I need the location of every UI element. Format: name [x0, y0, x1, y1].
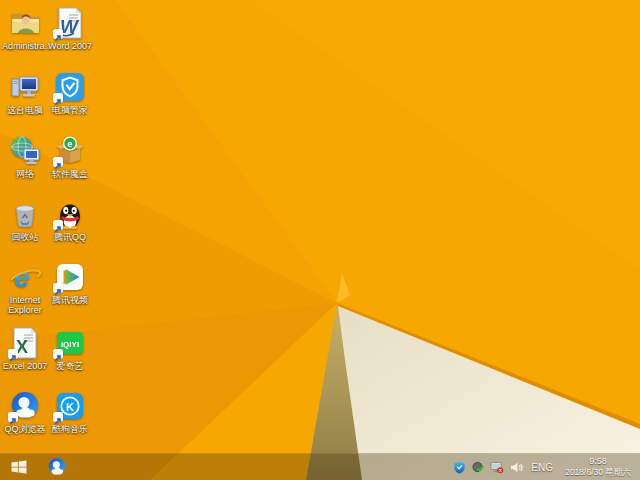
svg-text:W: W [60, 16, 80, 37]
tencent-video-icon [53, 260, 87, 294]
desktop-icon-label: 这台电脑 [2, 105, 48, 115]
svg-text:K: K [66, 401, 74, 413]
desktop[interactable]: Administra... W Word 2007 [0, 0, 640, 480]
pc-manager-tray-icon[interactable] [452, 460, 466, 474]
shortcut-arrow-icon [53, 157, 63, 167]
taskbar: ENG 9:58 2018/6/30 星期六 [0, 453, 640, 480]
desktop-icon-network[interactable]: 网络 [2, 134, 48, 196]
tencent-qq-icon [53, 197, 87, 231]
desktop-icon-user-folder[interactable]: Administra... [2, 6, 48, 68]
svg-text:e: e [14, 262, 30, 293]
qq-browser-icon [46, 456, 68, 478]
desktop-icon-kugou-music[interactable]: K 酷狗音乐 [47, 389, 93, 451]
internet-explorer-icon: e [8, 260, 42, 294]
this-pc-icon [8, 70, 42, 104]
network-disconnected-tray-icon[interactable] [490, 460, 504, 474]
desktop-icon-pc-manager[interactable]: 电脑管家 [47, 70, 93, 132]
system-tray: ENG 9:58 2018/6/30 星期六 [452, 456, 640, 478]
volume-tray-icon[interactable] [509, 460, 523, 474]
start-button[interactable] [0, 454, 38, 480]
taskbar-pinned-qq-browser[interactable] [42, 454, 72, 480]
security-check-tray-icon[interactable] [471, 460, 485, 474]
taskbar-clock[interactable]: 9:58 2018/6/30 星期六 [561, 456, 635, 478]
desktop-icon-internet-explorer[interactable]: e Internet Explorer [2, 260, 48, 322]
desktop-icon-label: Administra... [2, 41, 48, 51]
user-folder-icon [8, 6, 42, 40]
desktop-icon-recycle-bin[interactable]: 回收站 [2, 197, 48, 259]
wallpaper [0, 0, 640, 480]
language-indicator[interactable]: ENG [528, 462, 556, 473]
desktop-icon-label: 回收站 [2, 232, 48, 242]
windows-logo-icon [11, 460, 27, 474]
network-icon [8, 134, 42, 168]
word-2007-icon: W [53, 6, 87, 40]
shortcut-arrow-icon [53, 220, 63, 230]
excel-2007-icon: X [8, 326, 42, 360]
svg-text:iQIYI: iQIYI [61, 340, 79, 349]
clock-time: 9:58 [561, 456, 635, 467]
kugou-music-icon: K [53, 389, 87, 423]
desktop-icon-label: 网络 [2, 169, 48, 179]
shortcut-arrow-icon [53, 283, 63, 293]
shortcut-arrow-icon [53, 412, 63, 422]
desktop-icon-software-box[interactable]: e 软件魔盒 [47, 134, 93, 196]
desktop-icon-excel-2007[interactable]: X Excel 2007 [2, 326, 48, 388]
desktop-icon-tencent-qq[interactable]: 腾讯QQ [47, 197, 93, 259]
shortcut-arrow-icon [53, 93, 63, 103]
desktop-icon-iqiyi[interactable]: iQIYI 爱奇艺 [47, 326, 93, 388]
desktop-icon-word-2007[interactable]: W Word 2007 [47, 6, 93, 68]
qq-browser-icon [8, 389, 42, 423]
recycle-bin-icon [8, 197, 42, 231]
clock-date: 2018/6/30 星期六 [561, 467, 635, 478]
desktop-icon-qq-browser[interactable]: QQ浏览器 [2, 389, 48, 451]
iqiyi-icon: iQIYI [53, 326, 87, 360]
desktop-icon-label: Internet Explorer [2, 295, 48, 315]
shortcut-arrow-icon [8, 412, 18, 422]
shortcut-arrow-icon [53, 29, 63, 39]
shortcut-arrow-icon [53, 349, 63, 359]
svg-text:e: e [67, 138, 72, 149]
shortcut-arrow-icon [8, 349, 18, 359]
pc-manager-icon [53, 70, 87, 104]
desktop-icon-tencent-video[interactable]: 腾讯视频 [47, 260, 93, 322]
software-box-icon: e [53, 134, 87, 168]
desktop-icon-this-pc[interactable]: 这台电脑 [2, 70, 48, 132]
